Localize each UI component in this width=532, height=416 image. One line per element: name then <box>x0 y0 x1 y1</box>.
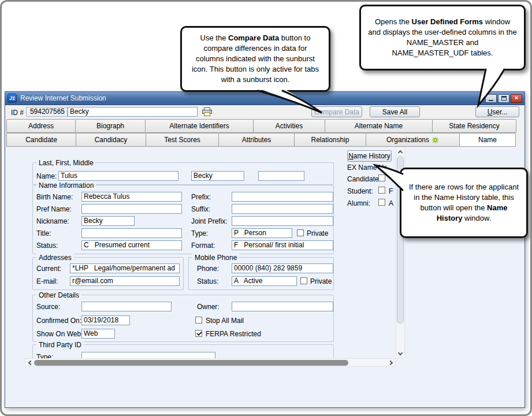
close-icon: × <box>515 95 518 101</box>
stop-all-mail-checkbox[interactable] <box>195 317 202 324</box>
review-internet-submission-window: J1 Review Internet Submission × ID # 594… <box>5 91 525 408</box>
suffix-label: Suffix: <box>191 205 210 214</box>
chevron-up-icon <box>398 150 403 155</box>
group-legend-third-party-id: Third Party ID <box>36 341 84 349</box>
tab-organizations[interactable]: Organizations <box>366 133 460 147</box>
status-input[interactable]: C Presumed current <box>81 240 182 250</box>
ferpa-restricted-checkbox[interactable] <box>195 330 202 337</box>
tab-name[interactable]: Name <box>459 133 516 147</box>
name-input[interactable]: Becky <box>68 107 198 117</box>
mobile-private-checkbox[interactable] <box>300 277 307 284</box>
user-button[interactable]: User... <box>475 106 519 117</box>
window-titlebar: J1 Review Internet Submission × <box>5 92 524 105</box>
callout-user-defined-forms: Opens the User Defined Forms window and … <box>359 5 526 70</box>
mobile-private-label: Private <box>310 277 332 286</box>
app-logo-text: J1 <box>9 95 15 101</box>
tab-candidate[interactable]: Candidate <box>6 133 76 147</box>
pref-name-input[interactable] <box>81 204 182 214</box>
confirmed-on-label: Confirmed On: <box>36 317 81 325</box>
tab-state-residency[interactable]: State Residency <box>432 119 516 133</box>
name-label: Name: <box>36 172 57 181</box>
show-on-web-input[interactable]: Web <box>81 329 115 339</box>
type-label: Type: <box>191 229 208 238</box>
ex-name-use-group-label: EX Name Us <box>347 164 387 172</box>
window-controls: × <box>485 94 522 103</box>
app-logo-icon: J1 <box>8 94 17 103</box>
scroll-up-button[interactable] <box>396 147 404 156</box>
title-input[interactable] <box>81 228 182 238</box>
scroll-down-button[interactable] <box>396 349 404 358</box>
title-label: Title: <box>36 229 51 238</box>
type-input[interactable]: P Person <box>232 228 292 238</box>
restore-button[interactable] <box>498 94 509 103</box>
scroll-right-button[interactable] <box>386 359 395 366</box>
third-party-type-label: Type: <box>36 353 53 358</box>
tab-alternate-identifiers[interactable]: Alternate Identifiers <box>145 119 254 133</box>
documentation-screenshot: J1 Review Internet Submission × ID # 594… <box>0 0 532 416</box>
restore-icon <box>501 96 507 101</box>
nickname-input[interactable]: Becky <box>81 216 135 226</box>
alumni-value: A <box>389 199 393 208</box>
tab-activities[interactable]: Activities <box>253 119 325 133</box>
horizontal-scroll-thumb[interactable] <box>34 360 348 366</box>
phone-input[interactable]: 00000 (840) 282 9859 <box>232 263 333 273</box>
first-name-input[interactable]: Becky <box>191 171 244 181</box>
tab-candidacy[interactable]: Candidacy <box>76 133 146 147</box>
nickname-label: Nickname: <box>36 217 69 226</box>
ferpa-restricted-label: FERPA Restricted <box>206 330 261 339</box>
tab-attributes[interactable]: Attributes <box>218 133 295 147</box>
group-legend-lfm: Last, First, Middle <box>36 159 96 167</box>
compare-data-label: Compare Data <box>314 108 359 116</box>
window-title: Review Internet Submission <box>20 94 106 102</box>
tab-row-1: Address Biograph Alternate Identifiers A… <box>6 119 516 133</box>
suffix-input[interactable] <box>232 204 333 214</box>
source-input[interactable] <box>81 302 172 311</box>
joint-prefix-input[interactable] <box>232 216 333 226</box>
status-label: Status: <box>36 242 58 250</box>
middle-name-input[interactable] <box>258 171 304 181</box>
id-label: ID # <box>11 109 24 117</box>
student-checkbox[interactable] <box>378 187 385 194</box>
confirmed-on-input[interactable]: 03/19/2018 <box>81 315 130 325</box>
printer-icon[interactable] <box>202 107 212 116</box>
horizontal-scrollbar[interactable] <box>25 358 396 367</box>
tab-relationship[interactable]: Relationship <box>294 133 366 147</box>
group-legend-mobile-phone: Mobile Phone <box>192 254 239 262</box>
minimize-icon <box>489 100 493 101</box>
group-legend-other-details: Other Details <box>36 291 81 299</box>
tab-alternate-name[interactable]: Alternate Name <box>325 119 433 133</box>
student-value: F <box>389 187 393 196</box>
email-input[interactable]: r@email.com <box>70 276 180 286</box>
tab-biograph[interactable]: Biograph <box>75 119 146 133</box>
minimize-button[interactable] <box>485 94 497 103</box>
tab-test-scores[interactable]: Test Scores <box>146 133 219 147</box>
chevron-down-icon <box>398 350 403 355</box>
current-address-input[interactable]: *LHP Legal/home/permanent ad <box>70 263 180 273</box>
tab-address[interactable]: Address <box>6 119 76 133</box>
type-private-checkbox[interactable] <box>297 229 304 236</box>
mobile-status-input[interactable]: A Active <box>232 276 297 286</box>
pref-name-label: Pref Name: <box>36 205 72 214</box>
format-input[interactable]: F Personal/ first initial <box>232 240 333 250</box>
user-label: User... <box>476 108 519 116</box>
student-label: Student: <box>347 187 373 196</box>
scroll-left-button[interactable] <box>25 359 34 366</box>
birth-name-input[interactable]: Rebecca Tulus <box>81 192 182 202</box>
toolbar: ID # 594207565 Becky Compare Data Save A… <box>5 105 524 119</box>
close-button[interactable]: × <box>511 94 522 103</box>
prefix-input[interactable] <box>232 192 333 202</box>
name-history-button[interactable]: Name History <box>347 150 392 162</box>
tab-row-2: Candidate Candidacy Test Scores Attribut… <box>6 133 515 147</box>
chevron-left-icon <box>28 360 33 365</box>
last-name-input[interactable]: Tulus <box>58 171 178 181</box>
callout-compare-data-text: Use the Compare Data button to compare d… <box>189 33 322 85</box>
current-label: Current: <box>36 265 61 273</box>
compare-data-button[interactable]: Compare Data <box>311 106 362 117</box>
save-all-button[interactable]: Save All <box>370 106 420 117</box>
owner-input[interactable] <box>232 302 333 311</box>
type-private-label: Private <box>307 229 328 238</box>
third-party-type-input[interactable] <box>81 352 215 358</box>
birth-name-label: Birth Name: <box>36 193 73 202</box>
candidate-checkbox[interactable] <box>378 174 385 181</box>
alumni-checkbox[interactable] <box>378 199 385 206</box>
